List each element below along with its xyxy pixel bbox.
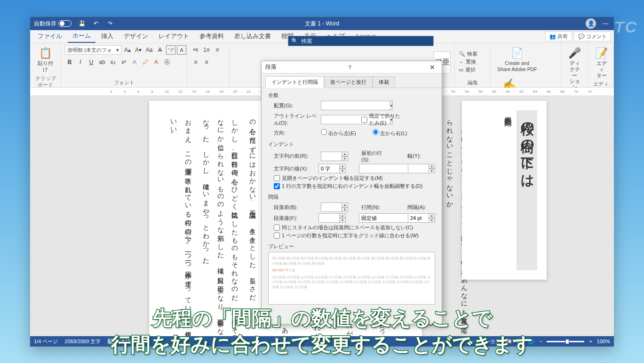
tab-insert[interactable]: 挿入 <box>96 31 118 42</box>
underline-button[interactable]: U <box>87 57 96 67</box>
strike-button[interactable]: ab <box>97 57 107 67</box>
italic-button[interactable]: I <box>76 57 85 67</box>
group-editing-label: 編集 <box>459 80 486 86</box>
label-space-after: 段落後(F): <box>274 215 315 222</box>
doc-author-text[interactable]: 梶井基次郎 <box>503 110 513 270</box>
multilevel-icon[interactable]: ≡ <box>213 45 222 55</box>
redo-icon[interactable]: ↷ <box>105 19 115 28</box>
nospace-checkbox[interactable]: 同じスタイルの場合は段落間にスペースを追加しない(C) <box>274 224 435 231</box>
enclose-char-icon[interactable]: A <box>177 45 186 55</box>
focus-mode-button[interactable]: ▭ フォーカス <box>469 338 501 345</box>
editor-button[interactable]: 📝エディ ター <box>592 45 611 80</box>
change-case-icon[interactable]: Aa <box>144 45 154 55</box>
align-center-icon[interactable]: ≡ <box>202 57 211 67</box>
undo-icon[interactable]: ↶ <box>91 19 101 28</box>
tab-references[interactable]: 参考資料 <box>195 31 229 42</box>
increase-font-icon[interactable]: A▴ <box>123 45 132 55</box>
zoom-in-button[interactable]: + <box>589 339 592 344</box>
radio-rtl[interactable]: 右から左(E) <box>321 129 364 137</box>
mirror-indent-checkbox[interactable]: 見開きページのインデント幅を設定する(M) <box>274 175 435 182</box>
label-space-before: 段落前(B): <box>274 204 317 211</box>
text-effect-icon[interactable]: A <box>130 57 139 67</box>
select-button[interactable]: ▭選択 <box>459 66 477 73</box>
minimize-icon[interactable]: — <box>601 19 610 28</box>
dictate-button[interactable]: 🎤ディクテー ション <box>565 45 584 92</box>
user-avatar-icon[interactable]: 👤 <box>586 18 596 29</box>
paragraph-dialog: 段落 ? ✕ インデントと行間隔 改ページと改行 体裁 全般 配置(G): ▾ … <box>261 61 442 324</box>
dialog-titlebar[interactable]: 段落 ? ✕ <box>262 61 442 73</box>
indent-after-spinner[interactable]: ▲▼ <box>318 164 346 173</box>
clear-format-icon[interactable]: A̶ <box>155 45 165 55</box>
search-icon: 🔍 <box>291 38 298 44</box>
preview-box: 前の段落 前の段落 前の段落 前の段落 前の段落 前の段落 前の段落 前の段落 … <box>268 252 435 305</box>
zoom-level[interactable]: 100% <box>597 339 610 344</box>
group-voice: 🎤ディクテー ション 音声 <box>561 43 588 87</box>
zoom-slider[interactable] <box>547 341 584 342</box>
zoom-out-button[interactable]: − <box>539 339 542 344</box>
dialog-help-icon[interactable]: ? <box>348 65 351 70</box>
status-words[interactable]: 2069/2069 文字 <box>64 338 101 345</box>
grid-checkbox[interactable]: 1 ページの行数を指定時に文字をグリッド線に合わせる(W) <box>274 232 435 239</box>
pdf-icon: 📄 <box>511 47 524 59</box>
search-icon: 🔍 <box>459 51 465 57</box>
decrease-font-icon[interactable]: A▾ <box>134 45 143 55</box>
tab-layout[interactable]: レイアウト <box>154 31 194 42</box>
font-color-icon[interactable]: A <box>151 57 161 67</box>
auto-indent-checkbox[interactable]: 1 行の文字数を指定時に右のインデント幅を自動調整する(D) <box>274 183 435 190</box>
save-icon[interactable]: 💾 <box>77 19 87 28</box>
find-button[interactable]: 🔍検索 <box>459 50 477 57</box>
line-spacing-combo[interactable]: ▾ <box>359 213 401 223</box>
dlg-tab-style[interactable]: 体裁 <box>373 76 395 88</box>
bullets-icon[interactable]: •≡ <box>191 45 200 55</box>
font-name-dropdown[interactable]: 游明朝 (本文のフォ▾ <box>65 45 121 55</box>
paste-button[interactable]: 📋 貼り付け <box>34 45 57 74</box>
label-alignment: 配置(G): <box>274 102 317 109</box>
section-indent: インデント 文字列の前(R): ▲▼ 最初の行(S): 幅(Y): 文字列の後(… <box>268 141 435 190</box>
indent-before-spinner[interactable]: ▲▼ <box>321 152 348 161</box>
tab-file[interactable]: ファイル <box>33 31 67 42</box>
space-after-spinner[interactable]: ▲▼ <box>318 213 346 223</box>
collapse-checkbox[interactable]: 既定で折りたたみ(E) <box>361 113 405 127</box>
share-button[interactable]: 👥共有 <box>545 32 572 41</box>
tab-design[interactable]: デザイン <box>119 31 153 42</box>
indent-width-spinner[interactable]: ▲▼ <box>408 164 435 173</box>
group-clipboard: 📋 貼り付け クリップボード <box>30 43 61 87</box>
replace-button[interactable]: ↔置換 <box>459 58 477 65</box>
autosave-label: 自動保存 <box>34 20 56 28</box>
highlight-icon[interactable]: 🖍 <box>141 57 150 67</box>
subscript-button[interactable]: x₂ <box>108 57 118 67</box>
dialog-title: 段落 <box>265 64 277 71</box>
comment-button[interactable]: 💬コメント <box>574 32 611 41</box>
view-print-icon[interactable]: 📄 <box>517 339 523 345</box>
radio-ltr[interactable]: 左から右(L) <box>373 129 416 137</box>
view-web-icon[interactable]: 🌐 <box>528 339 534 345</box>
doc-title-text[interactable]: 桜の樹の下には <box>517 110 537 270</box>
autosave: 自動保存 <box>34 20 72 28</box>
superscript-button[interactable]: x² <box>119 57 128 67</box>
status-page[interactable]: 1/4 ページ <box>34 338 58 345</box>
autosave-toggle[interactable] <box>58 20 72 27</box>
char-shading-icon[interactable]: Ⓐ <box>162 57 172 67</box>
create-pdf-button[interactable]: 📄Create and Share Adobe PDF <box>494 45 540 74</box>
replace-icon: ↔ <box>459 59 464 65</box>
view-read-icon[interactable]: 📖 <box>505 339 512 345</box>
phonetic-guide-icon[interactable]: ⁷ア <box>166 45 175 55</box>
alignment-combo[interactable]: ▾ <box>321 101 356 110</box>
tab-home[interactable]: ホーム <box>68 30 95 43</box>
outline-combo[interactable]: ▾ <box>321 115 356 124</box>
tab-mailings[interactable]: 差し込み文書 <box>230 31 276 42</box>
align-left-icon[interactable]: ≡ <box>191 57 200 67</box>
first-line-combo[interactable]: ▾ <box>359 164 401 173</box>
section-general: 全般 配置(G): ▾ アウトライン レベル(O): ▾ 既定で折りたたみ(E)… <box>268 92 435 137</box>
dlg-tab-pagebreak[interactable]: 改ページと改行 <box>324 76 373 88</box>
spacing-at-spinner[interactable]: ▲▼ <box>408 213 435 223</box>
dialog-body: 全般 配置(G): ▾ アウトライン レベル(O): ▾ 既定で折りたたみ(E)… <box>262 88 442 324</box>
status-lang[interactable]: 🔤 日本語 <box>107 338 131 345</box>
dlg-tab-indent[interactable]: インデントと行間隔 <box>265 76 324 88</box>
numbering-icon[interactable]: 1≡ <box>202 45 211 55</box>
search-box[interactable]: 🔍 検索 <box>288 36 434 46</box>
bold-button[interactable]: B <box>65 57 74 67</box>
dialog-close-icon[interactable]: ✕ <box>427 64 438 71</box>
mic-icon: 🎤 <box>568 47 581 59</box>
space-before-spinner[interactable]: ▲▼ <box>321 202 348 212</box>
